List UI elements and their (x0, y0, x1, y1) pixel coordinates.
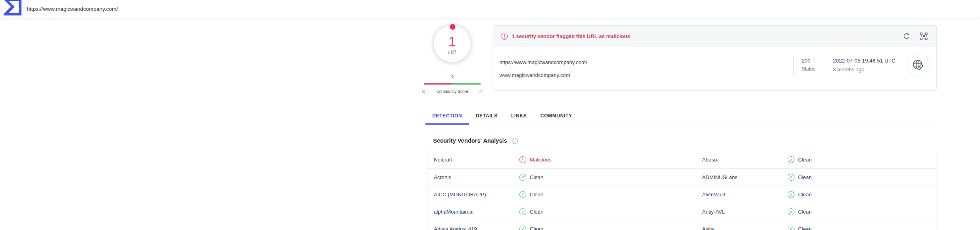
clean-icon: ✓ (519, 226, 526, 230)
result-label: Clean (530, 192, 543, 198)
vendor-name: Artists Against 419 (434, 226, 519, 230)
community-score-unknown: ? (434, 74, 471, 80)
clean-icon: ✓ (788, 174, 794, 181)
vt-graph-icon[interactable] (920, 32, 928, 40)
vendor-result: ! Malicious (519, 156, 702, 163)
vendor-name: Netcraft (434, 157, 519, 163)
vendor-result: ✓ Clean (788, 156, 936, 163)
vendor-name: Acronis (434, 174, 519, 180)
http-status-block: 200 Status (802, 58, 815, 72)
divider (793, 56, 794, 76)
globe-link-icon (912, 59, 925, 72)
malicious-icon: ! (519, 156, 526, 163)
result-label: Clean (530, 174, 543, 180)
community-score-row: ✕ Community Score ✓ (421, 87, 483, 95)
vendor-result: ✓ Clean (788, 191, 936, 198)
vendor-name: AICC (MONITORAPP) (434, 192, 519, 198)
vendor-name: Antiy-AVL (702, 209, 788, 215)
downvote-icon[interactable]: ✕ (421, 89, 426, 95)
clean-icon: ✓ (519, 174, 526, 181)
result-label: Malicious (530, 157, 551, 163)
table-row: Acronis ✓ Clean ADMINUSLabs ✓ Clean (427, 168, 936, 186)
clean-icon: ✓ (788, 226, 794, 230)
scanned-domain[interactable]: www.magicwandcompany.com (499, 72, 570, 78)
vendor-result: ✓ Clean (788, 174, 936, 181)
section-title: Security Vendors' Analysis (433, 137, 507, 144)
result-label: Clean (798, 157, 812, 163)
malicious-alert-banner: ! 1 security vendor flagged this URL as … (493, 26, 936, 47)
vendor-analysis-table: Netcraft ! Malicious Abusix ✓ Clean Acro… (427, 151, 936, 230)
clean-icon: ✓ (788, 156, 794, 163)
vendor-name: alphaMountain.ai (434, 209, 519, 215)
divider (824, 56, 824, 76)
result-label: Clean (798, 192, 812, 198)
vendor-result: ✓ Clean (519, 226, 702, 230)
result-label: Clean (798, 209, 812, 215)
vendor-name: Avira (702, 226, 788, 230)
info-icon[interactable]: i (512, 138, 518, 144)
tab-community[interactable]: COMMUNITY (533, 108, 579, 123)
last-analysis-age: 3 months ago (833, 67, 896, 73)
upvote-icon[interactable]: ✓ (479, 89, 483, 95)
vendor-result: ✓ Clean (788, 208, 936, 215)
url-type-badge (907, 54, 930, 77)
vendor-name: Abusix (702, 157, 788, 163)
virustotal-logo-icon[interactable] (4, 0, 22, 16)
report-tabs: DETECTION DETAILS LINKS COMMUNITY (425, 108, 579, 123)
divider (899, 56, 899, 76)
clean-icon: ✓ (519, 191, 526, 198)
http-status-label: Status (802, 66, 815, 72)
community-score-gauge (424, 83, 481, 85)
detection-score-circle: 1 / 87 (434, 25, 471, 62)
last-analysis-date: 2022-07-08 19:46:51 UTC (833, 58, 896, 64)
clean-icon: ✓ (788, 208, 794, 215)
tab-details[interactable]: DETAILS (469, 108, 505, 123)
gauge-positive-segment (452, 83, 481, 85)
result-label: Clean (798, 226, 812, 230)
table-row: Artists Against 419 ✓ Clean Avira ✓ Clea… (427, 220, 936, 230)
result-label: Clean (798, 174, 812, 180)
vendor-result: ✓ Clean (788, 226, 936, 230)
table-row: alphaMountain.ai ✓ Clean Antiy-AVL ✓ Cle… (427, 203, 936, 220)
tabs-divider (425, 123, 937, 123)
score-marker-dot (450, 24, 455, 30)
search-input[interactable] (23, 0, 942, 18)
scanned-url[interactable]: https://www.magicwandcompany.com/ (499, 59, 587, 65)
alert-text: 1 security vendor flagged this URL as ma… (512, 33, 630, 39)
score-total: / 87 (448, 49, 457, 55)
http-status-code: 200 (802, 58, 815, 64)
table-row: AICC (MONITORAPP) ✓ Clean AlienVault ✓ C… (427, 186, 936, 203)
tab-detection[interactable]: DETECTION (425, 108, 469, 123)
top-header (0, 0, 980, 18)
clean-icon: ✓ (788, 191, 794, 198)
scan-summary-card: ! 1 security vendor flagged this URL as … (493, 25, 937, 91)
vendor-result: ✓ Clean (519, 174, 702, 181)
vendor-result: ✓ Clean (519, 208, 702, 215)
result-label: Clean (530, 226, 543, 230)
vendor-name: ADMINUSLabs (702, 174, 788, 180)
reanalyze-icon[interactable] (903, 32, 910, 40)
alert-exclamation-icon: ! (501, 33, 508, 40)
vendor-result: ✓ Clean (519, 191, 702, 198)
vendor-name: AlienVault (702, 192, 788, 198)
clean-icon: ✓ (519, 208, 526, 215)
result-label: Clean (530, 209, 543, 215)
community-score-label: Community Score (436, 89, 468, 94)
last-analysis-block: 2022-07-08 19:46:51 UTC 3 months ago (833, 58, 896, 73)
score-positives: 1 (449, 34, 456, 48)
table-row: Netcraft ! Malicious Abusix ✓ Clean (427, 151, 936, 168)
gauge-negative-segment (424, 83, 452, 85)
tab-links[interactable]: LINKS (504, 108, 533, 123)
url-search-bar (22, 0, 942, 18)
